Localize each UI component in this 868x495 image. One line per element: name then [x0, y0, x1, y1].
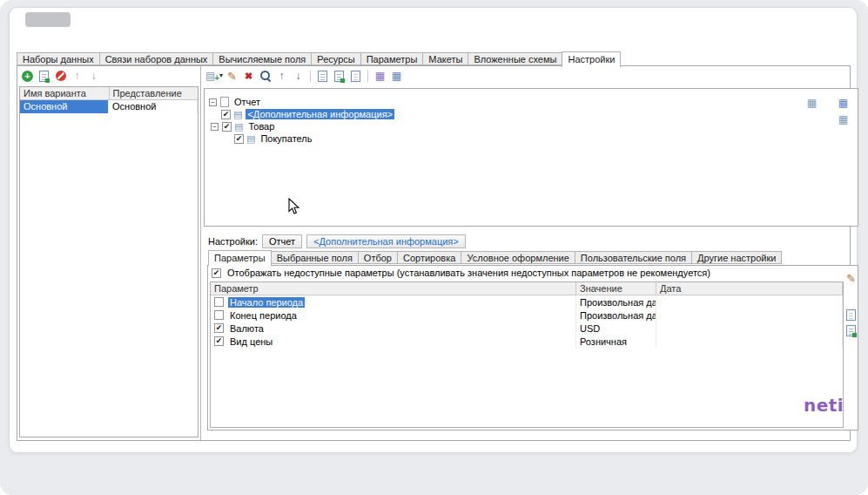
delete-structure-button[interactable]: ✖ [241, 69, 256, 83]
item-checkbox[interactable]: ✔ [222, 122, 232, 132]
add-grouping-icon: ▤+ [205, 70, 219, 82]
tree-item-tovar[interactable]: − ✔ ▤ Товар [205, 120, 858, 132]
breadcrumb-report-button[interactable]: Отчет [262, 234, 302, 248]
parameters-table-header: Параметр Значение Дата [211, 282, 843, 295]
delete-variant-button[interactable] [53, 69, 68, 83]
add-variant-button[interactable]: + [20, 69, 35, 83]
stab-filter[interactable]: Отбор [358, 251, 398, 264]
arrow-down-icon: ↓ [296, 71, 301, 81]
copy-variant-button[interactable] [37, 69, 51, 83]
item-checkbox[interactable]: ✔ [221, 110, 231, 119]
tree-item-pokupatel[interactable]: ✔ ▤ Покупатель [205, 132, 858, 145]
parameters-table: Параметр Значение Дата ✔ Начало периода … [210, 281, 844, 428]
find-button[interactable] [258, 69, 273, 83]
tab-settings[interactable]: Настройки [562, 51, 621, 67]
param-date [656, 322, 843, 335]
default-settings-button[interactable] [348, 69, 363, 83]
tree-item-label: <Дополнительная информация> [246, 109, 394, 119]
param-value: USD [576, 322, 656, 335]
move-structure-up-button[interactable]: ↑ [274, 69, 289, 83]
add-structure-button[interactable]: ▤+ ▾ [205, 69, 223, 83]
column-header-value: Значение [576, 282, 656, 295]
save-settings-button[interactable] [315, 69, 330, 83]
document-add-icon [846, 325, 856, 336]
stab-parameters[interactable]: Параметры [208, 250, 272, 266]
edit-param-button[interactable]: ✎ [844, 271, 858, 285]
delete-mark-icon [56, 71, 66, 81]
param-date [656, 295, 843, 309]
add-param-button[interactable] [844, 323, 858, 337]
grid-view-button-3[interactable]: ▦ [836, 112, 851, 126]
tree-item-label: Отчет [232, 97, 262, 107]
variants-toolbar: + ↑ ↓ [20, 68, 101, 84]
tab-data-set-links[interactable]: Связи наборов данных [99, 52, 214, 65]
tree-item-report[interactable]: − Отчет [205, 96, 858, 108]
structure-toolbar: ▤+ ▾ ✎ ✖ ↑ ↓ ▦ ▦ [205, 68, 404, 84]
edit-structure-button[interactable]: ✎ [225, 69, 239, 83]
search-icon [259, 70, 272, 82]
toolbar-separator [310, 71, 311, 82]
tree-corner-buttons: ▦ ▦ [836, 96, 851, 126]
arrow-down-icon: ↓ [91, 71, 97, 81]
toolbar-separator [367, 71, 368, 82]
desktop-background: Наборы данных Связи наборов данных Вычис… [0, 0, 868, 495]
parameters-side-toolbar: ✎ [844, 266, 858, 430]
stab-user-fields[interactable]: Пользовательские поля [575, 251, 692, 264]
move-variant-down-button[interactable]: ↓ [86, 69, 101, 83]
variant-row[interactable]: Основной Основной [20, 100, 198, 113]
variants-table: Имя варианта Представление Основной Осно… [19, 86, 198, 437]
param-checkbox[interactable]: ✔ [214, 297, 224, 307]
stab-other-settings[interactable]: Другие настройки [691, 251, 782, 264]
param-checkbox[interactable]: ✔ [214, 336, 224, 346]
param-cell: ✔ Валюта [211, 322, 576, 335]
main-tabstrip: Наборы данных Связи наборов данных Вычис… [17, 51, 620, 66]
show-unavailable-checkbox[interactable]: ✔ [212, 268, 221, 278]
param-value: Произвольная дата [576, 309, 656, 322]
copy-icon [846, 309, 856, 321]
param-row-nachalo-perioda[interactable]: ✔ Начало периода Произвольная дата [211, 295, 843, 309]
settings-view-button[interactable]: ▦ [389, 69, 404, 83]
tab-calculated-fields[interactable]: Вычисляемые поля [212, 52, 312, 65]
grid-icon: ▦ [392, 71, 401, 81]
copy-param-button[interactable] [844, 308, 858, 322]
param-checkbox[interactable]: ✔ [214, 310, 224, 320]
param-checkbox[interactable]: ✔ [214, 323, 224, 333]
copy-icon [39, 71, 49, 82]
breadcrumb-additional-info-button[interactable]: <Дополнительная информация> [306, 234, 466, 248]
column-header-variant-name: Имя варианта [20, 87, 110, 99]
item-checkbox[interactable]: ✔ [234, 134, 244, 144]
tab-parameters[interactable]: Параметры [360, 52, 424, 65]
param-row-vid-ceny[interactable]: ✔ Вид цены Розничная [211, 335, 843, 348]
stab-selected-fields[interactable]: Выбранные поля [271, 251, 359, 264]
stab-conditional-appearance[interactable]: Условное оформление [461, 251, 575, 264]
param-value: Произвольная дата [576, 295, 656, 309]
grid-icon: ▦ [838, 98, 848, 108]
variant-name-cell: Основной [20, 100, 109, 113]
grid-view-button-2[interactable]: ▦ [836, 96, 851, 110]
structure-view-button[interactable]: ▦ [373, 69, 387, 83]
param-value: Розничная [576, 335, 656, 348]
document-icon [318, 71, 327, 82]
tab-resources[interactable]: Ресурсы [311, 52, 360, 65]
report-structure-tree: − Отчет ✔ ▤ <Дополнительная информация> … [204, 88, 858, 227]
tab-nested-schemas[interactable]: Вложенные схемы [468, 52, 562, 65]
param-row-valyuta[interactable]: ✔ Валюта USD [211, 322, 843, 335]
collapse-icon[interactable]: − [211, 123, 219, 131]
variants-panel: + ↑ ↓ Имя варианта Представление Основно… [17, 66, 201, 440]
settings-label: Настройки: [208, 236, 258, 247]
move-variant-up-button[interactable]: ↑ [70, 69, 84, 83]
load-settings-button[interactable] [332, 69, 347, 83]
tab-templates[interactable]: Макеты [422, 52, 468, 65]
document-load-icon [334, 71, 344, 82]
move-structure-down-button[interactable]: ↓ [291, 69, 306, 83]
collapse-icon[interactable]: − [209, 98, 217, 106]
grid-icon: ▦ [375, 71, 385, 81]
show-unavailable-row: ✔ Отображать недоступные параметры (уста… [212, 268, 710, 278]
tree-item-label: Покупатель [259, 133, 313, 144]
tree-item-additional-info[interactable]: ✔ ▤ <Дополнительная информация> [205, 108, 858, 120]
tab-data-sets[interactable]: Наборы данных [17, 52, 100, 65]
window-button[interactable] [25, 12, 71, 27]
stab-sorting[interactable]: Сортировка [397, 251, 461, 264]
grid-view-button-1[interactable]: ▦ [804, 96, 819, 110]
param-row-konec-perioda[interactable]: ✔ Конец периода Произвольная дата [211, 309, 843, 322]
